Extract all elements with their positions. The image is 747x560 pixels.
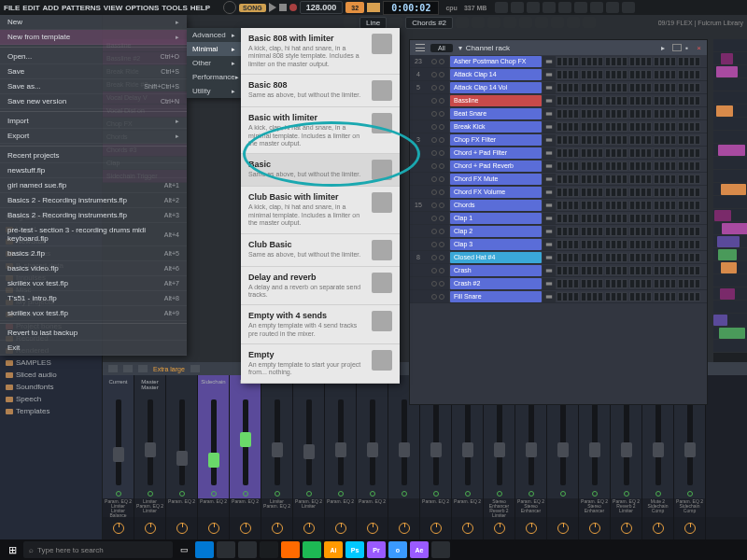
channel-knobs[interactable] <box>427 264 449 276</box>
channel-rack-icon[interactable] <box>527 2 540 13</box>
fader-cap[interactable] <box>399 442 410 457</box>
channel-name-button[interactable]: Chop FX Filter <box>450 134 542 146</box>
step-cell[interactable] <box>622 253 627 262</box>
song-mode-button[interactable]: SONG <box>239 4 266 12</box>
template-item[interactable]: Delay and reverbA delay and a reverb on … <box>241 267 400 306</box>
fader-cap[interactable] <box>176 451 188 466</box>
channel-name-button[interactable]: Closed Hat #4 <box>450 252 542 263</box>
channel-number[interactable]: 8 <box>410 251 427 263</box>
step-sequencer-row[interactable] <box>557 108 707 119</box>
channel-type-icon[interactable] <box>543 291 556 302</box>
fader-cap[interactable] <box>462 442 473 457</box>
fx-slot-label[interactable] <box>388 498 420 517</box>
playlist-clip[interactable] <box>718 249 737 260</box>
mixer-track[interactable] <box>261 375 293 498</box>
cr-step-icon[interactable]: ▪ <box>685 44 693 52</box>
playlist-clip[interactable] <box>714 210 732 221</box>
step-cell[interactable] <box>598 188 603 197</box>
channel-type-icon[interactable] <box>543 56 556 67</box>
fx-slot-label[interactable]: Param. EQ 2 Limiter <box>293 498 325 517</box>
channel-knobs[interactable] <box>427 94 449 106</box>
playlist-clip[interactable] <box>721 262 737 273</box>
playlist-track[interactable] <box>713 52 747 65</box>
fader-cap[interactable] <box>621 442 632 457</box>
step-cell[interactable] <box>670 227 676 236</box>
step-cell[interactable] <box>695 253 700 262</box>
mixer-mute-dot[interactable] <box>687 491 693 497</box>
playlist-track[interactable] <box>713 327 747 340</box>
playlist-track[interactable] <box>713 196 747 209</box>
cr-play-icon[interactable]: ▸ <box>661 44 669 52</box>
step-cell[interactable] <box>646 122 652 132</box>
step-cell[interactable] <box>598 279 603 288</box>
step-cell[interactable] <box>646 227 652 236</box>
playlist-clip[interactable] <box>717 236 740 247</box>
step-cell[interactable] <box>670 201 676 210</box>
step-cell[interactable] <box>646 188 652 197</box>
step-sequencer-row[interactable] <box>557 239 707 250</box>
taskbar-app-icon[interactable] <box>217 541 235 558</box>
mixer-mute-dot[interactable] <box>338 491 344 497</box>
channel-number[interactable] <box>410 264 427 276</box>
step-cell[interactable] <box>598 266 603 275</box>
step-sequencer-row[interactable] <box>557 134 707 146</box>
fader-cap[interactable] <box>272 442 283 457</box>
step-cell[interactable] <box>695 279 700 288</box>
fader-cap[interactable] <box>653 442 664 457</box>
fx-slot-label[interactable]: Param. EQ 2 Stereo Enhancer <box>515 498 547 517</box>
step-sequencer-row[interactable] <box>557 121 707 133</box>
fader-cap[interactable] <box>208 453 219 468</box>
step-sequencer-row[interactable] <box>557 291 707 302</box>
step-cell[interactable] <box>695 57 700 66</box>
step-cell[interactable] <box>573 292 579 301</box>
transport-knob-icon[interactable] <box>223 1 236 14</box>
mixer-mute-dot[interactable] <box>560 491 566 497</box>
step-sequencer-row[interactable] <box>557 69 707 80</box>
step-cell[interactable] <box>573 227 579 236</box>
step-cell[interactable] <box>598 70 603 79</box>
step-cell[interactable] <box>598 109 603 119</box>
taskbar-app-icon[interactable]: Ae <box>410 541 429 558</box>
mixer-mute-dot[interactable] <box>306 491 312 497</box>
step-cell[interactable] <box>622 57 627 66</box>
snap-icon[interactable] <box>344 17 357 28</box>
channel-type-icon[interactable] <box>543 69 556 80</box>
step-sequencer-row[interactable] <box>557 200 707 211</box>
send-knob[interactable] <box>684 523 696 534</box>
file-menu-item[interactable]: girl named sue.flpAlt+1 <box>0 178 187 193</box>
mixer-icon[interactable] <box>543 2 556 13</box>
step-cell[interactable] <box>598 83 603 92</box>
channel-knobs[interactable] <box>427 81 449 93</box>
snap-mode-selector[interactable]: Line <box>359 17 387 29</box>
file-menu-item[interactable]: Save as...Shift+Ctrl+S <box>0 79 187 94</box>
playlist-track[interactable] <box>713 105 747 118</box>
playlist-clip[interactable] <box>722 223 747 234</box>
channel-number[interactable] <box>410 120 427 133</box>
file-menu-item[interactable]: New from template▸ <box>0 30 187 45</box>
template-category-item[interactable]: Utility▸ <box>187 84 241 98</box>
mixer-mute-dot[interactable] <box>655 491 661 497</box>
playlist-track[interactable] <box>713 144 747 157</box>
step-cell[interactable] <box>573 83 579 92</box>
channel-knobs[interactable] <box>427 238 449 250</box>
step-cell[interactable] <box>598 175 603 184</box>
fader-cap[interactable] <box>145 442 156 457</box>
cr-graph-icon[interactable] <box>672 44 682 51</box>
channel-knobs[interactable] <box>427 251 449 263</box>
step-cell[interactable] <box>646 214 652 223</box>
fx-slot-label[interactable] <box>547 498 579 517</box>
channel-type-icon[interactable] <box>543 187 556 198</box>
channel-name-button[interactable]: Crash <box>450 265 542 276</box>
send-knob[interactable] <box>176 523 188 534</box>
step-cell[interactable] <box>670 161 676 171</box>
step-cell[interactable] <box>646 201 652 210</box>
step-cell[interactable] <box>646 253 652 262</box>
fx-slot-label[interactable]: Param. EQ 2 <box>325 498 357 517</box>
step-cell[interactable] <box>573 57 579 66</box>
file-menu-item[interactable]: Revert to last backup <box>0 326 187 341</box>
step-cell[interactable] <box>670 240 676 249</box>
fader-cap[interactable] <box>240 432 251 447</box>
playlist-track[interactable] <box>713 157 747 170</box>
step-sequencer-row[interactable] <box>557 226 707 237</box>
step-sequencer-row[interactable] <box>557 265 707 276</box>
